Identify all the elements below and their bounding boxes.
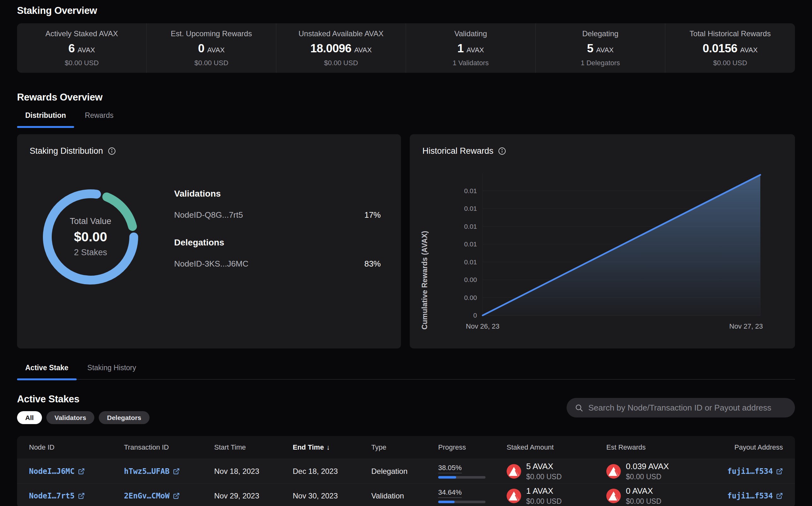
transaction-id-link[interactable]: 2EnGv…CMoW [124,492,180,500]
table-row: NodeI…J6MChTwz5…UFABNov 18, 2023Dec 18, … [17,459,795,483]
tab-rewards[interactable]: Rewards [77,111,122,127]
column-header-type[interactable]: Type [359,443,426,451]
est-rewards-cell: 0 AVAX$0.00 USD [594,486,695,506]
progress-indicator: 34.64% [438,488,485,503]
y-tick-label: 0.01 [464,187,477,194]
transaction-id-text: hTwz5…UFAB [124,467,170,476]
staking-overview-stats: Actively Staked AVAX6AVAX$0.00 USDEst. U… [17,23,795,73]
tab-active-stake[interactable]: Active Stake [17,363,77,380]
search-icon [575,404,583,412]
node-id-link[interactable]: NodeI…J6MC [29,467,85,476]
transaction-id-link[interactable]: hTwz5…UFAB [124,467,180,476]
payout-address-link[interactable]: fuji1…f534 [728,492,783,500]
stat-sub: $0.00 USD [65,59,99,67]
amount-col: 1 AVAX$0.00 USD [526,486,562,506]
external-link-icon [776,493,783,499]
amount-wrap: 0 AVAX$0.00 USD [606,486,662,506]
legend-node-id: NodeID-3KS...J6MC [174,259,249,269]
stat-unit: AVAX [596,46,614,54]
staking-distribution-card: Staking Distribution Total Value $0.00 2… [17,134,401,348]
column-header-label: Node ID [29,443,55,451]
column-header-label: Type [371,443,387,451]
stat-label: Actively Staked AVAX [46,29,118,38]
legend-row: NodeID-3KS...J6MC83% [174,259,381,269]
node-id-link[interactable]: NodeI…7rt5 [29,492,85,500]
tab-staking-history[interactable]: Staking History [79,363,144,380]
active-tab-underline [17,378,77,380]
column-header-transaction-id[interactable]: Transaction ID [112,443,202,451]
stake-type-value: Delegation [371,467,408,476]
node-id-text: NodeI…7rt5 [29,492,75,500]
y-tick-label: 0.01 [464,258,477,266]
legend-row: NodeID-Q8G...7rt517% [174,210,381,220]
staking-distribution-title: Staking Distribution [30,146,103,156]
amount-wrap: 5 AVAX$0.00 USD [506,461,562,481]
donut-segment-validations[interactable] [107,197,133,227]
start-time-cell: Nov 29, 2023 [202,492,281,500]
staked-amount-cell: 5 AVAX$0.00 USD [495,461,594,481]
payout-address-text: fuji1…f534 [728,492,773,500]
column-header-node-id[interactable]: Node ID [17,443,112,451]
payout-address-cell: fuji1…f534 [695,492,795,500]
stat-sub: $0.00 USD [324,59,358,67]
start-time-value: Nov 29, 2023 [214,492,259,500]
end-time-value: Dec 18, 2023 [293,467,338,476]
table-header-row: Node IDTransaction IDStart TimeEnd Time↓… [17,436,795,459]
column-header-payout-address[interactable]: Payout Address [695,443,795,451]
legend-percent: 83% [364,259,381,269]
stat-label: Unstaked Available AVAX [298,29,384,38]
filter-pill-delegators[interactable]: Delegators [99,411,149,424]
info-icon[interactable] [108,147,116,155]
stat-label: Delegating [582,29,619,38]
stat-card: Est. Upcoming Rewards0AVAX$0.00 USD [147,23,276,73]
legend-group-heading: Validations [174,189,381,199]
stat-value: 1 [458,42,464,55]
amount-col: 0 AVAX$0.00 USD [626,486,662,506]
stat-unit: AVAX [354,46,371,54]
tab-distribution[interactable]: Distribution [17,111,74,127]
stat-value-row: 5AVAX [587,42,614,55]
column-header-est-rewards[interactable]: Est Rewards [594,443,695,451]
payout-address-link[interactable]: fuji1…f534 [728,467,783,476]
stat-sub: 1 Validators [453,59,489,67]
column-header-end-time[interactable]: End Time↓ [281,443,359,451]
stat-unit: AVAX [78,46,95,54]
stat-unit: AVAX [467,46,484,54]
column-header-progress[interactable]: Progress [426,443,495,451]
filter-pill-validators[interactable]: Validators [46,411,94,424]
filter-pill-all[interactable]: All [17,411,42,424]
stat-value-row: 0.0156AVAX [702,42,758,55]
info-icon[interactable] [498,147,506,155]
progress-cell: 34.64% [426,488,495,503]
column-header-label: End Time [293,443,324,451]
stat-unit: AVAX [740,46,757,54]
pill-label: All [25,414,34,421]
tab-label: Rewards [85,111,114,119]
amount-wrap: 1 AVAX$0.00 USD [506,486,562,506]
search-input[interactable] [588,403,787,413]
progress-percent-text: 34.64% [438,488,462,498]
historical-rewards-chart: 00.000.000.010.010.010.010.01Nov 26, 23N… [429,170,782,341]
staked-amount-cell: 1 AVAX$0.00 USD [495,486,594,506]
amount-wrap: 0.039 AVAX$0.00 USD [606,461,669,481]
payout-address-cell: fuji1…f534 [695,467,795,476]
column-header-staked-amount[interactable]: Staked Amount [495,443,594,451]
stat-label: Validating [454,29,487,38]
stat-value-row: 18.0096AVAX [311,42,372,55]
stat-label: Est. Upcoming Rewards [171,29,252,38]
rewards-overview-tabs: DistributionRewards [17,111,795,127]
avax-amount: 1 AVAX [526,486,562,496]
active-tab-underline [17,126,74,128]
payout-address-text: fuji1…f534 [728,467,773,476]
progress-bar [438,501,485,503]
column-header-start-time[interactable]: Start Time [202,443,281,451]
stat-card: Validating1AVAX1 Validators [406,23,536,73]
y-tick-label: 0.01 [464,205,477,212]
avax-icon [506,464,521,479]
stakes-search [566,398,795,417]
stat-value: 0.0156 [702,42,737,55]
usd-amount: $0.00 USD [626,473,669,481]
y-tick-label: 0.01 [464,223,477,230]
amount-col: 0.039 AVAX$0.00 USD [626,461,669,481]
amount-col: 5 AVAX$0.00 USD [526,461,562,481]
